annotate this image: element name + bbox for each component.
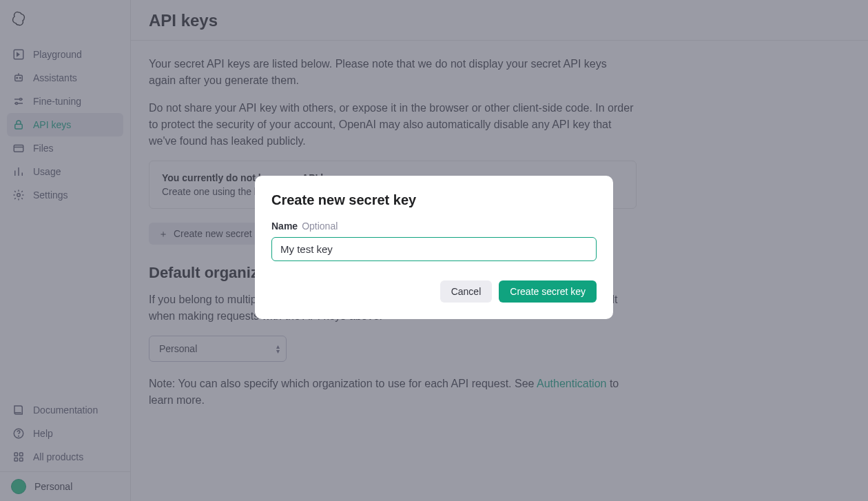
field-labels: Name Optional (271, 221, 597, 232)
modal-overlay[interactable]: Create new secret key Name Optional Canc… (0, 0, 868, 501)
create-key-modal: Create new secret key Name Optional Canc… (255, 176, 613, 319)
modal-actions: Cancel Create secret key (271, 280, 597, 303)
create-secret-key-submit[interactable]: Create secret key (499, 280, 597, 303)
optional-label: Optional (302, 221, 338, 232)
key-name-input[interactable] (271, 237, 597, 261)
cancel-button[interactable]: Cancel (440, 280, 493, 303)
modal-title: Create new secret key (271, 192, 597, 208)
name-label: Name (271, 221, 298, 232)
